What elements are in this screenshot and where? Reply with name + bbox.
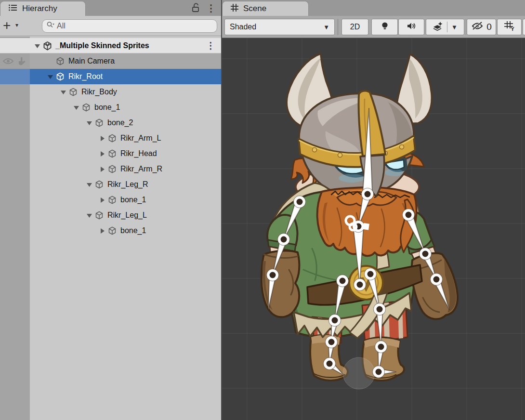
hierarchy-row-rikr-root[interactable]: Rikr_Root: [0, 69, 221, 84]
row-label: bone_1: [94, 100, 120, 115]
hierarchy-row-rikr-head[interactable]: Rikr_Head: [0, 146, 221, 161]
toolbar-overflow-sliver: [523, 19, 525, 35]
row-label: Main Camera: [68, 53, 115, 69]
scene-toolbar: Shaded ▼ 2D: [222, 16, 525, 38]
scene-panel: Scene Shaded ▼ 2D: [222, 0, 525, 420]
row-label: Rikr_Body: [81, 84, 117, 100]
hierarchy-row-bone-1[interactable]: bone_1: [0, 223, 221, 238]
bone-joint-dot: [297, 199, 303, 205]
row-label: Rikr_Leg_L: [107, 208, 147, 223]
gameobject-cube-icon: [56, 72, 65, 81]
bone-joint-dot: [357, 282, 363, 288]
chevron-down-icon: ▼: [451, 24, 458, 31]
gameobject-cube-icon: [108, 196, 117, 204]
foldout-open-icon[interactable]: [59, 84, 67, 100]
foldout-open-icon[interactable]: [85, 208, 93, 223]
pivot-disc-gizmo[interactable]: [343, 357, 375, 389]
bone-joint-dot: [376, 369, 382, 375]
lock-icon[interactable]: [191, 2, 200, 13]
bone-joint-dot: [378, 344, 384, 350]
gameobject-cube-icon: [56, 57, 65, 66]
scene-tabbar: Scene: [222, 0, 525, 16]
bone-joint-dot: [422, 251, 429, 257]
scene-lighting-button[interactable]: [371, 19, 398, 35]
button-inner-separator: [447, 22, 447, 32]
tab-scene[interactable]: Scene: [222, 1, 309, 16]
row-label: bone_1: [120, 223, 146, 238]
gameobject-cube-icon: [95, 180, 104, 189]
hierarchy-toolbar: + ▾ All: [0, 16, 221, 36]
hidden-object-count: 0: [486, 22, 492, 32]
row-label: bone_1: [120, 192, 146, 208]
bone-joint-dot: [365, 191, 371, 197]
toolbar-separator: [466, 19, 466, 35]
gameobject-cube-icon: [95, 118, 104, 127]
speaker-icon: [407, 22, 416, 32]
hierarchy-row-bone-1[interactable]: bone_1: [0, 192, 221, 208]
row-label: _Multiple Skinned Sprites: [55, 38, 149, 53]
scene-render: [222, 38, 525, 420]
foldout-closed-icon[interactable]: [98, 192, 106, 208]
add-object-button[interactable]: +: [3, 17, 11, 34]
row-visibility-eye-icon[interactable]: [2, 56, 13, 66]
gameobject-cube-icon: [108, 226, 117, 235]
scene-audio-button[interactable]: [398, 19, 424, 35]
row-label: Rikr_Arm_R: [120, 161, 162, 177]
bone-joint-dot: [332, 317, 338, 324]
foldout-open-icon[interactable]: [46, 69, 54, 84]
lightbulb-icon: [381, 21, 389, 33]
2d-mode-label: 2D: [350, 23, 360, 31]
row-label: Rikr_Leg_R: [107, 177, 148, 192]
hierarchy-row-rikr-body[interactable]: Rikr_Body: [0, 84, 221, 100]
hierarchy-row-rikr-arm-l[interactable]: Rikr_Arm_L: [0, 131, 221, 146]
draw-mode-dropdown[interactable]: Shaded ▼: [224, 19, 335, 35]
bone-joint-dot: [327, 361, 333, 367]
scene-viewport[interactable]: [222, 38, 525, 420]
hierarchy-row-rikr-leg-r[interactable]: Rikr_Leg_R: [0, 177, 221, 192]
hierarchy-menu-icon[interactable]: ⋮: [206, 2, 216, 14]
band-rivet: [313, 148, 317, 152]
bone-joint-dot: [368, 271, 374, 277]
search-icon: [46, 21, 55, 31]
row-picking-hand-icon[interactable]: [16, 56, 26, 66]
foldout-open-icon[interactable]: [72, 100, 80, 115]
foldout-closed-icon[interactable]: [98, 161, 106, 177]
hierarchy-search-input[interactable]: All: [42, 19, 217, 33]
hierarchy-row-rikr-leg-l[interactable]: Rikr_Leg_L: [0, 208, 221, 223]
bone-joint-dot: [270, 272, 276, 278]
foldout-open-icon[interactable]: [85, 115, 93, 131]
scene-visibility-button[interactable]: 0: [467, 19, 496, 35]
scene-effects-dropdown[interactable]: ▼: [426, 19, 464, 35]
foldout-open-icon[interactable]: [33, 38, 41, 53]
foldout-closed-icon[interactable]: [98, 146, 106, 161]
hierarchy-row-bone-1[interactable]: bone_1: [0, 100, 221, 115]
scene-grid-icon: [230, 3, 239, 14]
tab-scene-label: Scene: [243, 4, 266, 13]
foldout-closed-icon[interactable]: [98, 131, 106, 146]
foldout-open-icon[interactable]: [85, 177, 93, 192]
row-label: Rikr_Root: [68, 69, 103, 84]
unity-editor-window: Hierarchy ⋮ + ▾: [0, 0, 525, 420]
hierarchy-panel: Hierarchy ⋮ + ▾: [0, 0, 222, 420]
row-label: bone_2: [107, 115, 133, 131]
hierarchy-row-bone-2[interactable]: bone_2: [0, 115, 221, 131]
bone-joint-dot: [281, 236, 287, 243]
scene-context-menu-icon[interactable]: ⋮: [206, 38, 215, 53]
bone-joint-dot: [328, 339, 335, 345]
hierarchy-tree: _Multiple Skinned Sprites⋮Main CameraRik…: [0, 37, 221, 420]
gameobject-cube-icon: [108, 149, 117, 158]
eye-glow-left: [339, 174, 365, 183]
tab-hierarchy[interactable]: Hierarchy: [0, 1, 86, 16]
gameobject-cube-icon: [108, 165, 117, 173]
gameobject-cube-icon: [108, 134, 117, 143]
sprite-handle-square[interactable]: [363, 223, 369, 230]
hierarchy-row--multiple-skinned-sprites[interactable]: _Multiple Skinned Sprites⋮: [0, 38, 221, 53]
add-object-dropdown-icon[interactable]: ▾: [15, 22, 18, 28]
toolbar-separator: [338, 19, 338, 35]
hierarchy-row-rikr-arm-r[interactable]: Rikr_Arm_R: [0, 161, 221, 177]
2d-mode-button[interactable]: 2D: [341, 19, 368, 35]
svg-text:Y: Y: [511, 26, 514, 31]
grid-settings-button[interactable]: Y: [497, 19, 522, 35]
foldout-closed-icon[interactable]: [98, 223, 106, 238]
hierarchy-row-main-camera[interactable]: Main Camera: [0, 53, 221, 69]
